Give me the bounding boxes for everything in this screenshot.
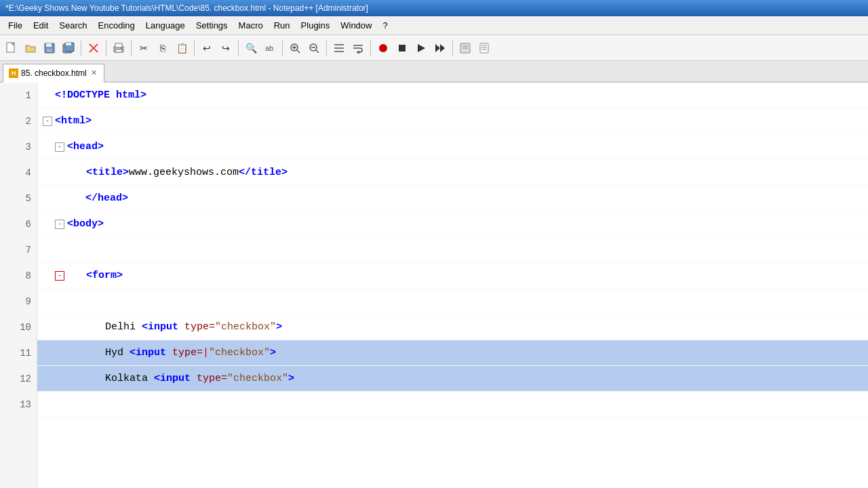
line-num-8: 8: [0, 263, 37, 289]
kolkata-close: >: [288, 373, 294, 384]
body-open-tag: <body>: [67, 218, 104, 230]
fold-body[interactable]: -: [55, 220, 64, 229]
line-num-7: 7: [0, 237, 37, 263]
save-button[interactable]: [41, 39, 58, 57]
svg-text:ab: ab: [265, 44, 273, 52]
menu-macro[interactable]: Macro: [233, 19, 269, 32]
head-close-tag: </head>: [67, 192, 128, 204]
hyd-text: Hyd: [105, 347, 130, 359]
fold-head[interactable]: -: [55, 142, 64, 152]
run-macro-button[interactable]: [431, 39, 449, 57]
svg-rect-27: [399, 45, 406, 52]
hyd-type-val: "checkbox": [209, 347, 270, 359]
line-num-13: 13: [0, 392, 37, 418]
close-button[interactable]: [85, 39, 102, 57]
save-session-button[interactable]: [456, 39, 474, 57]
hyd-close: >: [270, 347, 276, 359]
menu-window[interactable]: Window: [335, 19, 377, 32]
settings-button[interactable]: [475, 39, 493, 57]
menu-run[interactable]: Run: [269, 19, 296, 32]
svg-rect-12: [115, 43, 122, 47]
svg-line-21: [316, 50, 319, 53]
fold-html[interactable]: -: [43, 117, 52, 126]
svg-rect-8: [66, 43, 71, 45]
menu-encoding[interactable]: Encoding: [93, 19, 140, 32]
kolkata-type-attr: type=: [197, 373, 227, 384]
code-line-1: <!DOCTYPE html>: [37, 83, 868, 108]
line-num-3: 3: [0, 134, 37, 160]
delhi-input: <input: [142, 321, 184, 333]
svg-marker-30: [440, 44, 445, 52]
line-num-1: 1: [0, 83, 37, 108]
svg-line-17: [297, 50, 300, 53]
delhi-type-val: "checkbox": [215, 321, 276, 333]
code-line-12: Kolkata <input type= "checkbox" >: [37, 366, 868, 392]
fold-form[interactable]: -: [55, 271, 64, 281]
code-line-11: Hyd <input type= | "checkbox" >: [37, 340, 868, 366]
line-num-9: 9: [0, 289, 37, 314]
record-button[interactable]: [374, 39, 392, 57]
toolbar: ✂ ⎘ 📋 ↩ ↪ 🔍 ab: [0, 35, 868, 61]
find-button[interactable]: 🔍: [242, 39, 260, 57]
code-line-9: [37, 289, 868, 314]
replace-button[interactable]: ab: [261, 39, 279, 57]
line-num-11: 11: [0, 340, 37, 366]
word-wrap-button[interactable]: [349, 39, 367, 57]
doctype-tag: <!DOCTYPE html>: [55, 89, 146, 101]
menu-file[interactable]: File: [3, 19, 28, 32]
title-open-tag: <title>: [86, 167, 129, 178]
tab-icon: H: [9, 68, 18, 78]
menu-help[interactable]: ?: [377, 19, 393, 32]
line-num-4: 4: [0, 160, 37, 186]
delhi-text: Delhi: [105, 321, 142, 333]
play-button[interactable]: [412, 39, 430, 57]
cut-button[interactable]: ✂: [135, 39, 153, 57]
line-num-12: 12: [0, 366, 37, 392]
line-num-6: 6: [0, 211, 37, 237]
hyd-input: <input: [130, 347, 172, 359]
title-content: www.geekyshows.com: [129, 167, 239, 178]
tab-bar: H 85. checkbox.html ✕: [0, 61, 868, 83]
menu-settings[interactable]: Settings: [191, 19, 233, 32]
save-all-button[interactable]: [60, 39, 77, 57]
paste-button[interactable]: 📋: [173, 39, 191, 57]
new-button[interactable]: [3, 39, 20, 57]
svg-point-14: [121, 47, 122, 49]
zoom-out-button[interactable]: [305, 39, 323, 57]
hyd-type-attr: type=: [172, 347, 203, 359]
svg-marker-29: [435, 44, 440, 52]
hyd-cursor-char: |: [203, 347, 209, 359]
code-line-8: - <form>: [37, 263, 868, 289]
code-line-5: </head>: [37, 186, 868, 211]
svg-point-26: [379, 44, 387, 52]
code-line-6: - <body>: [37, 211, 868, 237]
editor: 1 2 3 4 5 6 7 8 9 10 11 12 13 <!DOCTYPE …: [0, 83, 868, 488]
kolkata-text: Kolkata: [105, 373, 154, 384]
active-tab[interactable]: H 85. checkbox.html ✕: [3, 64, 104, 83]
kolkata-type-val: "checkbox": [227, 373, 288, 384]
code-area[interactable]: <!DOCTYPE html> - <html> - <head> <title…: [37, 83, 868, 488]
menu-edit[interactable]: Edit: [28, 19, 54, 32]
open-button[interactable]: [22, 39, 39, 57]
code-line-13: [37, 392, 868, 418]
code-line-3: - <head>: [37, 134, 868, 160]
redo-button[interactable]: ↪: [217, 39, 235, 57]
svg-marker-28: [418, 44, 425, 52]
line-num-5: 5: [0, 186, 37, 211]
menu-language[interactable]: Language: [140, 19, 191, 32]
html-open-tag: <html>: [55, 115, 92, 127]
head-open-tag: <head>: [67, 141, 104, 152]
stop-button[interactable]: [393, 39, 411, 57]
tab-close-button[interactable]: ✕: [90, 68, 98, 77]
zoom-in-button[interactable]: [286, 39, 304, 57]
menu-plugins[interactable]: Plugins: [296, 19, 336, 32]
indent-button[interactable]: [330, 39, 348, 57]
print-button[interactable]: [110, 39, 127, 57]
svg-rect-5: [47, 49, 52, 52]
undo-button[interactable]: ↩: [198, 39, 216, 57]
menu-search[interactable]: Search: [54, 19, 92, 32]
delhi-type-attr: type=: [184, 321, 215, 333]
code-line-4: <title> www.geekyshows.com </title>: [37, 160, 868, 186]
line-num-2: 2: [0, 108, 37, 134]
copy-button[interactable]: ⎘: [154, 39, 172, 57]
